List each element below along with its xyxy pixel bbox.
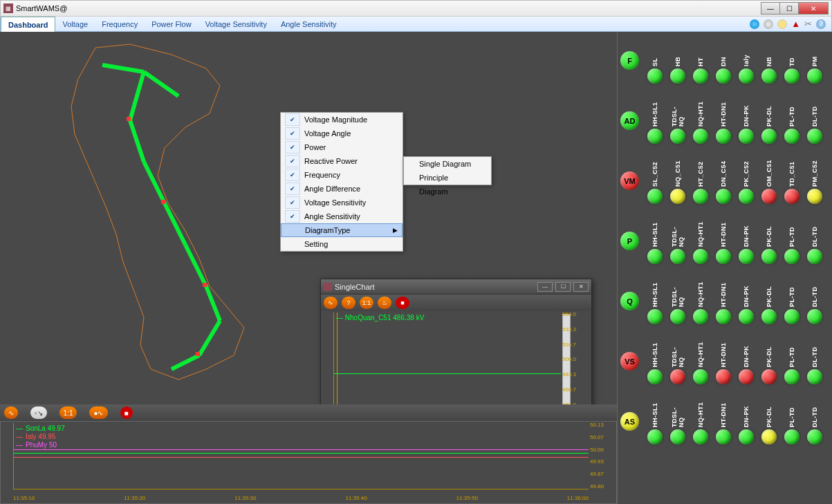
indicator-cell-nb[interactable]: NB <box>760 37 778 84</box>
indicator-badge-vs[interactable]: VS <box>620 352 639 371</box>
sc-tool-fire-icon[interactable]: ♨ <box>378 297 391 309</box>
bt-tool-zoom-icon[interactable]: 1:1 <box>59 407 77 419</box>
indicator-cell-pk-dl[interactable]: PK-DL <box>760 338 778 384</box>
context-submenu[interactable]: Single DiagramPrinciple Diagram <box>403 156 492 185</box>
sc-close-button[interactable]: ✕ <box>573 282 589 292</box>
indicator-cell-dn_c54[interactable]: DN_C54 <box>714 158 732 204</box>
indicator-cell-dl-td[interactable]: DL-TD <box>806 97 824 144</box>
help-icon[interactable]: ? <box>816 19 826 29</box>
indicator-cell-hh-sl1[interactable]: HH-SL1 <box>646 97 664 144</box>
indicator-cell-nq-ht1[interactable]: NQ-HT1 <box>692 398 710 445</box>
indicator-badge-vm[interactable]: VM <box>620 171 639 190</box>
indicator-cell-nq-ht1[interactable]: NQ-HT1 <box>692 97 710 144</box>
sc-tool-help-icon[interactable]: ? <box>342 297 355 309</box>
context-menu[interactable]: ✔Voltage Magnitude✔Voltage Angle✔Power✔R… <box>280 112 403 252</box>
indicator-cell-pk-dl[interactable]: PK-DL <box>760 278 778 324</box>
bt-tool-select-icon[interactable]: ▫↘ <box>30 407 47 419</box>
indicator-cell-tdsl-nq[interactable]: TDSL-NQ <box>669 218 687 264</box>
indicator-cell-td_c51[interactable]: TD_C51 <box>783 158 801 204</box>
indicator-cell-dn-pk[interactable]: DN-PK <box>737 338 755 384</box>
menu-item-frequency[interactable]: Frequency <box>95 17 145 32</box>
singlechart-window[interactable]: SingleChart — ☐ ✕ ∿ ? 1:1 ♨ ■ — NhoQ <box>320 279 592 424</box>
submenu-item-single-diagram[interactable]: Single Diagram <box>404 157 491 171</box>
submenu-item-principle-diagram[interactable]: Principle Diagram <box>404 171 491 185</box>
indicator-cell-hh-sl1[interactable]: HH-SL1 <box>646 218 664 264</box>
sc-tool-wave-icon[interactable]: ∿ <box>324 297 338 309</box>
indicator-cell-pk-dl[interactable]: PK-DL <box>760 218 778 264</box>
indicator-badge-ad[interactable]: AD <box>620 111 639 130</box>
indicator-cell-dn-pk[interactable]: DN-PK <box>737 398 755 445</box>
indicator-cell-pk-dl[interactable]: PK-DL <box>760 398 778 445</box>
indicator-cell-pl-td[interactable]: PL-TD <box>783 218 801 264</box>
ctx-item-reactive-power[interactable]: ✔Reactive Power <box>281 154 403 168</box>
indicator-cell-dl-td[interactable]: DL-TD <box>806 218 824 264</box>
indicator-cell-ht_c52[interactable]: HT_C52 <box>692 158 710 204</box>
indicator-cell-ht-dn1[interactable]: HT-DN1 <box>714 218 732 264</box>
folder-icon[interactable] <box>777 19 787 29</box>
indicator-badge-f[interactable]: F <box>620 51 639 70</box>
ctx-item-diagramtype[interactable]: DiagramType▶ <box>281 223 403 237</box>
menu-item-power-flow[interactable]: Power Flow <box>145 17 198 32</box>
sc-minimize-button[interactable]: — <box>537 282 553 292</box>
warning-icon[interactable]: ▲ <box>791 19 800 29</box>
indicator-cell-pl-td[interactable]: PL-TD <box>783 278 801 324</box>
indicator-cell-pl-td[interactable]: PL-TD <box>783 97 801 144</box>
indicator-cell-pl-td[interactable]: PL-TD <box>783 398 801 445</box>
ctx-item-angle-difference[interactable]: ✔Angle Difference <box>281 182 403 196</box>
indicator-cell-nq_c51[interactable]: NQ_C51 <box>669 158 687 204</box>
ctx-item-setting[interactable]: Setting <box>281 237 403 251</box>
indicator-cell-pl-td[interactable]: PL-TD <box>783 338 801 384</box>
indicator-cell-dn[interactable]: DN <box>714 37 732 84</box>
menu-item-voltage-sensitivity[interactable]: Voltage Sensitivity <box>198 17 274 32</box>
sc-tool-zoom-icon[interactable]: 1:1 <box>360 297 373 309</box>
indicator-cell-sl[interactable]: SL <box>646 37 664 84</box>
ctx-item-voltage-sensitivity[interactable]: ✔Voltage Sensitivity <box>281 196 403 209</box>
indicator-badge-q[interactable]: Q <box>620 292 639 310</box>
indicator-cell-pm_c52[interactable]: PM_C52 <box>806 158 824 204</box>
menu-item-angle-sensitivity[interactable]: Angle Sensitivity <box>274 17 344 32</box>
singlechart-titlebar[interactable]: SingleChart — ☐ ✕ <box>321 279 591 295</box>
indicator-cell-hh-sl1[interactable]: HH-SL1 <box>646 398 664 445</box>
ctx-item-voltage-magnitude[interactable]: ✔Voltage Magnitude <box>281 113 403 127</box>
menu-item-voltage[interactable]: Voltage <box>55 17 95 32</box>
sc-tool-stop-icon[interactable]: ■ <box>396 297 409 309</box>
indicator-cell-ialy[interactable]: Ialy <box>737 37 755 84</box>
indicator-cell-nq-ht1[interactable]: NQ-HT1 <box>692 338 710 384</box>
indicator-cell-nq-ht1[interactable]: NQ-HT1 <box>692 218 710 264</box>
indicator-cell-tdsl-nq[interactable]: TDSL-NQ <box>669 338 687 384</box>
bt-tool-chart-icon[interactable]: ●∿ <box>89 407 107 419</box>
indicator-cell-ht-dn1[interactable]: HT-DN1 <box>714 398 732 445</box>
stop-icon[interactable] <box>764 19 773 29</box>
indicator-cell-pm[interactable]: PM <box>806 37 824 84</box>
indicator-cell-tdsl-nq[interactable]: TDSL-NQ <box>669 97 687 144</box>
indicator-cell-dl-td[interactable]: DL-TD <box>806 398 824 445</box>
play-icon[interactable] <box>750 19 759 29</box>
indicator-cell-nq-ht1[interactable]: NQ-HT1 <box>692 278 710 324</box>
indicator-cell-hh-sl1[interactable]: HH-SL1 <box>646 278 664 324</box>
indicator-badge-as[interactable]: AS <box>620 412 639 431</box>
ctx-item-voltage-angle[interactable]: ✔Voltage Angle <box>281 127 403 140</box>
indicator-cell-hh-sl1[interactable]: HH-SL1 <box>646 338 664 384</box>
indicator-cell-dl-td[interactable]: DL-TD <box>806 278 824 324</box>
indicator-badge-p[interactable]: P <box>620 232 639 250</box>
maximize-button[interactable]: ☐ <box>779 2 799 15</box>
ctx-item-frequency[interactable]: ✔Frequency <box>281 168 403 182</box>
indicator-cell-om_c51[interactable]: OM_C51 <box>760 158 778 204</box>
indicator-cell-pk-dl[interactable]: PK-DL <box>760 97 778 144</box>
ctx-item-power[interactable]: ✔Power <box>281 140 403 154</box>
indicator-cell-ht-dn1[interactable]: HT-DN1 <box>714 338 732 384</box>
indicator-cell-ht-dn1[interactable]: HT-DN1 <box>714 97 732 144</box>
minimize-button[interactable]: — <box>761 2 780 15</box>
indicator-cell-sl_c52[interactable]: SL_C52 <box>646 158 664 204</box>
indicator-cell-dl-td[interactable]: DL-TD <box>806 338 824 384</box>
ctx-item-angle-sensitivity[interactable]: ✔Angle Sensitivity <box>281 209 403 223</box>
sc-maximize-button[interactable]: ☐ <box>555 282 571 292</box>
indicator-cell-ht[interactable]: HT <box>692 37 710 84</box>
indicator-cell-ht-dn1[interactable]: HT-DN1 <box>714 278 732 324</box>
close-button[interactable]: ✕ <box>798 2 829 15</box>
bt-tool-stop-icon[interactable]: ■ <box>120 407 133 419</box>
indicator-cell-td[interactable]: TD <box>783 37 801 84</box>
indicator-cell-hb[interactable]: HB <box>669 37 687 84</box>
indicator-cell-dn-pk[interactable]: DN-PK <box>737 278 755 324</box>
indicator-cell-dn-pk[interactable]: DN-PK <box>737 218 755 264</box>
